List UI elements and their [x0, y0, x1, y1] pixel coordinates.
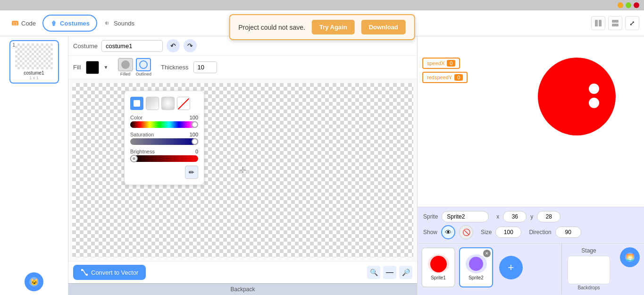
tab-sounds[interactable]: Sounds: [97, 16, 141, 31]
fullscreen-icon: ⤢: [629, 19, 635, 27]
fill-dropdown-arrow[interactable]: ▼: [104, 65, 109, 70]
var-speedx-name: speedX: [427, 60, 444, 66]
tab-costumes[interactable]: Costumes: [42, 15, 97, 32]
direction-input[interactable]: [555, 227, 581, 238]
layout-toggle-1[interactable]: [591, 16, 605, 30]
y-label: y: [530, 213, 533, 220]
outlined-label: Outlined: [136, 72, 152, 76]
close-btn[interactable]: [634, 2, 639, 8]
backdrop-add-icon: 🌅: [624, 252, 636, 263]
add-sprite-button[interactable]: +: [499, 256, 523, 279]
canvas-crosshair: ✛: [239, 165, 246, 176]
layout-icon-2: [611, 19, 619, 27]
costumes-icon: [50, 19, 58, 27]
color-mode-solid[interactable]: [130, 97, 143, 110]
thickness-input[interactable]: [193, 61, 217, 73]
color-mode-none[interactable]: [177, 97, 190, 110]
outlined-mode-btn[interactable]: Outlined: [136, 58, 152, 76]
convert-to-vector-button[interactable]: Convert to Vector: [73, 265, 146, 280]
paint-canvas[interactable]: ✛: [72, 83, 413, 257]
costume-number: 1: [13, 42, 16, 48]
sprite-card-2[interactable]: ✕ Sprite2: [459, 247, 493, 287]
svg-rect-5: [612, 24, 619, 26]
fill-color-swatch[interactable]: [86, 61, 99, 74]
filled-label: Filled: [120, 72, 131, 76]
zoom-in-icon: 🔎: [402, 269, 410, 276]
sprite-card-1-label: Sprite1: [431, 275, 446, 280]
vector-icon: [81, 269, 88, 276]
fill-label: Fill: [73, 64, 81, 71]
zoom-out-button[interactable]: 🔍: [367, 266, 380, 279]
brightness-slider-value: 0: [195, 149, 198, 154]
layout-toggle-2[interactable]: [608, 16, 622, 30]
eyedropper-icon: ✏: [189, 169, 194, 176]
brightness-slider[interactable]: [130, 155, 198, 162]
add-backdrop-area: 🌅: [616, 244, 644, 271]
eye-dot-1: [589, 84, 599, 94]
sprite-cards-list: Sprite1 ✕ Sprite2 +: [418, 244, 561, 291]
color-slider[interactable]: [130, 121, 198, 128]
sprite-card-1[interactable]: Sprite1: [421, 247, 455, 287]
costume-field-label: Costume: [73, 42, 98, 50]
eye-slash-icon: 🚫: [462, 228, 470, 236]
try-again-button[interactable]: Try Again: [312, 20, 355, 34]
sprite-card-2-delete[interactable]: ✕: [483, 250, 491, 257]
stage-area: speedX 0 redspeedY 0: [418, 36, 644, 207]
red-circle-sprite[interactable]: [538, 58, 616, 135]
variable-monitor-speedx: speedX 0: [422, 58, 460, 69]
filled-mode-btn[interactable]: Filled: [118, 58, 133, 76]
saturation-slider-value: 100: [190, 132, 198, 137]
tab-code[interactable]: { } Code: [5, 16, 42, 31]
saturation-slider[interactable]: [130, 138, 198, 145]
notification-message: Project could not save.: [238, 24, 305, 31]
color-mode-linear[interactable]: [146, 97, 159, 110]
paint-editor: Costume ↶ ↷ Fill ▼ Filled: [68, 36, 418, 295]
size-input[interactable]: [495, 227, 521, 238]
costume-name-input[interactable]: [101, 40, 163, 52]
sprite-label: Sprite: [423, 213, 438, 220]
var-redspeedy-name: redspeedY: [427, 75, 452, 80]
show-hidden-button[interactable]: 🚫: [459, 225, 473, 239]
zoom-reset-button[interactable]: —: [383, 266, 396, 279]
download-button[interactable]: Download: [361, 20, 406, 34]
backdrops-label: Backdrops: [577, 285, 600, 290]
var-redspeedy-value: 0: [454, 74, 463, 81]
layout-icon-1: [594, 19, 602, 27]
zoom-in-button[interactable]: 🔎: [399, 266, 412, 279]
costume-list-panel: 1 costume1 1 x 1 🐱: [0, 36, 68, 295]
eyedropper-button[interactable]: ✏: [185, 166, 198, 179]
fullscreen-button[interactable]: ⤢: [625, 16, 639, 30]
variable-monitor-redspeedy: redspeedY 0: [422, 72, 468, 83]
redo-button[interactable]: ↷: [184, 39, 197, 52]
y-value-input[interactable]: [537, 211, 560, 222]
svg-rect-9: [86, 274, 88, 276]
right-panel: speedX 0 redspeedY 0 Sprite x y: [418, 36, 644, 295]
svg-rect-2: [595, 20, 598, 26]
add-costume-button[interactable]: 🐱: [25, 272, 43, 291]
color-mode-radial[interactable]: [161, 97, 175, 110]
eye-dot-2: [589, 98, 599, 108]
var-speedx-value: 0: [447, 60, 455, 67]
x-value-input[interactable]: [503, 211, 527, 222]
brightness-slider-row: Brightness 0: [130, 149, 198, 162]
thickness-label: Thickness: [161, 64, 189, 71]
minimize-btn[interactable]: [618, 2, 623, 8]
saturation-slider-row: Saturation 100: [130, 132, 198, 145]
backpack-bar[interactable]: Backpack: [68, 283, 417, 295]
costume-item-1[interactable]: 1 costume1 1 x 1: [9, 40, 59, 84]
convert-to-vector-label: Convert to Vector: [91, 269, 138, 276]
sprite-info-panel: Sprite x y Show 👁 🚫 Size Direction: [418, 207, 644, 243]
maximize-btn[interactable]: [626, 2, 631, 8]
add-sprite-icon: +: [508, 262, 514, 273]
add-backdrop-button[interactable]: 🌅: [620, 247, 640, 267]
sprite-name-input[interactable]: [442, 211, 489, 222]
zoom-reset-icon: —: [386, 268, 393, 277]
stage-thumbnail[interactable]: [568, 256, 610, 284]
color-picker-popup: Color 100 Saturation 100: [124, 91, 204, 185]
costume-size: 1 x 1: [13, 76, 56, 80]
direction-label: Direction: [529, 229, 551, 236]
undo-button[interactable]: ↶: [167, 39, 180, 52]
eye-open-icon: 👁: [445, 228, 452, 236]
svg-rect-3: [599, 20, 602, 26]
show-visible-button[interactable]: 👁: [441, 225, 455, 239]
